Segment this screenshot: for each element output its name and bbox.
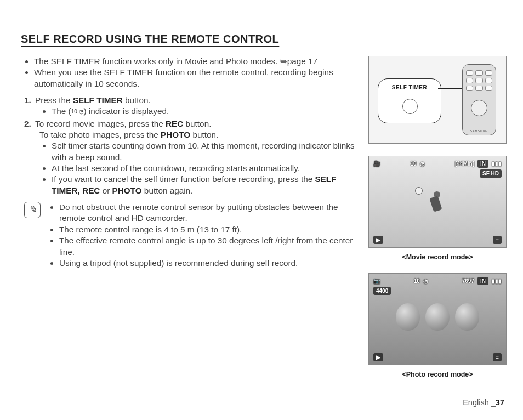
step-2-sub: At the last second of the countdown, rec… — [52, 163, 357, 174]
osd-remaining-time: [44Min] — [455, 161, 474, 167]
intro-bullet: The SELF TIMER function works only in Mo… — [34, 56, 357, 67]
step-1: 1.Press the SELF TIMER button. The (10 ◔… — [24, 95, 357, 117]
remote-button-icon — [485, 78, 492, 83]
figure-remote-control: SELF TIMER SAMSUNG — [368, 56, 507, 144]
remote-button-icon — [466, 78, 473, 83]
page-ref: page 17 — [287, 56, 317, 66]
page-footer: English _37 — [463, 398, 504, 407]
remote-button-icon — [475, 78, 482, 83]
timer-clock-icon: ◔ — [77, 109, 84, 115]
remote-button-icon — [485, 70, 492, 76]
page-number: 37 — [496, 398, 504, 407]
remote-button-icon — [475, 86, 482, 91]
remote-button-icon — [466, 86, 473, 91]
remote-dpad-icon — [471, 100, 487, 116]
step-1-sub: The (10 ◔) indicator is displayed. — [52, 106, 357, 117]
figure-movie-record-screen: 🎥 10 ◔ [44Min] IN ▮▮▮ SF HD ▶ ≡ — [368, 156, 507, 248]
play-icon: ▶ — [373, 353, 383, 361]
footer-language: English — [463, 398, 489, 407]
note-item: Do not obstruct the remote control senso… — [59, 202, 357, 224]
osd-quality-badge: SF HD — [480, 169, 502, 178]
note-icon: ✎ — [24, 202, 41, 218]
battery-icon: ▮▮▮ — [492, 161, 502, 167]
remote-brand-label: SAMSUNG — [463, 129, 496, 133]
self-timer-callout: SELF TIMER — [378, 78, 441, 123]
note-box: ✎ Do not obstruct the remote control sen… — [21, 202, 357, 269]
figure-photo-record-screen: 📷 10 ◔ 7697 IN ▮▮▮ 4400 ▶ ≡ — [368, 273, 507, 365]
remote-button-icon — [475, 70, 482, 76]
figure-caption-movie: <Movie record mode> — [368, 253, 507, 261]
sample-image-soccer — [424, 189, 450, 228]
remote-button-icon — [485, 86, 492, 91]
intro-bullet: When you use the SELF TIMER function on … — [34, 67, 357, 89]
menu-icon: ≡ — [493, 236, 502, 244]
section-title: SELF RECORD USING THE REMOTE CONTROL — [21, 33, 507, 48]
note-item: The effective remote control angle is up… — [59, 235, 357, 258]
mode-camcorder-icon: 🎥 — [373, 161, 380, 167]
osd-storage-icon: IN — [477, 160, 488, 168]
remote-illustration: SAMSUNG — [462, 64, 496, 135]
step-2-sub: Self timer starts counting down from 10.… — [52, 140, 357, 163]
figure-column: SELF TIMER SAMSUNG 🎥 10 ◔ [4 — [368, 56, 507, 378]
menu-icon: ≡ — [493, 353, 502, 361]
step-2-sub: If you want to cancel the self timer fun… — [52, 174, 357, 196]
note-item: Using a tripod (not supplied) is recomme… — [59, 258, 357, 269]
timer-10-icon: 10 — [71, 109, 77, 115]
timer-clock-icon: ◔ — [420, 161, 425, 167]
body-text-column: The SELF TIMER function works only in Mo… — [21, 56, 357, 378]
osd-timer-value: 10 — [410, 161, 416, 167]
note-item: The remote control range is 4 to 5 m (13… — [59, 224, 357, 235]
play-icon: ▶ — [373, 236, 383, 244]
page-ref-arrow-icon: ➥ — [280, 56, 287, 66]
figure-caption-photo: <Photo record mode> — [368, 371, 507, 378]
step-2: 2.To record movie images, press the REC … — [24, 118, 357, 196]
remote-button-icon — [466, 70, 473, 76]
sample-image-fruits — [374, 283, 501, 350]
